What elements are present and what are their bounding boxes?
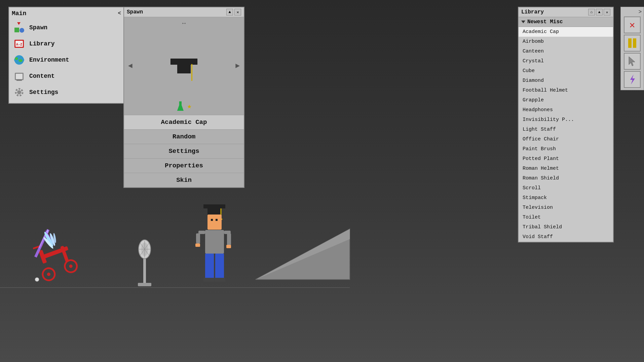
- ramp-object: [256, 219, 356, 288]
- cap-tassel: [191, 64, 192, 81]
- library-item-stimpack[interactable]: Stimpack: [519, 193, 613, 203]
- svg-point-48: [20, 28, 24, 33]
- scooter-object: [17, 226, 84, 288]
- library-item-void_staff[interactable]: Void Staff: [519, 232, 613, 242]
- svg-rect-42: [203, 278, 214, 282]
- pause-bar-left: [628, 38, 632, 48]
- sidebar-item-library[interactable]: A-Z Library: [12, 36, 121, 52]
- library-item-headphones[interactable]: Headphones: [519, 105, 613, 115]
- spawn-skin-btn[interactable]: Skin: [124, 173, 244, 187]
- spawn-star-icon: ★: [187, 102, 191, 111]
- library-item-academic_cap[interactable]: Academic Cap: [519, 27, 613, 37]
- environment-label: Environment: [29, 57, 69, 63]
- spawn-nav-left[interactable]: ◄: [128, 62, 132, 70]
- environment-icon: [13, 54, 25, 66]
- main-panel-title-label: Main: [12, 10, 26, 17]
- library-item-football_helmet[interactable]: Football Helmet: [519, 86, 613, 95]
- library-item-crystal[interactable]: Crystal: [519, 56, 613, 66]
- sidebar-item-environment[interactable]: Environment: [12, 52, 121, 68]
- library-close-btn[interactable]: ✕: [604, 9, 610, 15]
- library-titlebar: Library ⌂ ▲ ✕: [519, 7, 613, 17]
- library-item-grapple[interactable]: Grapple: [519, 95, 613, 105]
- main-panel-titlebar: Main <: [12, 10, 121, 17]
- svg-rect-58: [16, 79, 22, 81]
- library-panel: Library ⌂ ▲ ✕ Newest Misc Academic CapAi…: [518, 7, 614, 242]
- library-home-btn[interactable]: ⌂: [588, 9, 595, 15]
- svg-rect-31: [211, 219, 213, 221]
- spawn-titlebar: Spawn ▲ ✕: [124, 7, 244, 17]
- pause-bar-right: [633, 38, 636, 48]
- spawn-label: Spawn: [29, 24, 47, 31]
- settings-icon: [13, 86, 25, 98]
- cursor-icon: [628, 56, 637, 67]
- spawn-properties-btn[interactable]: Properties: [124, 158, 244, 173]
- library-titlebar-buttons: ⌂ ▲ ✕: [588, 9, 610, 15]
- library-item-diamond[interactable]: Diamond: [519, 76, 613, 86]
- svg-rect-27: [207, 208, 221, 215]
- svg-point-54: [15, 57, 18, 60]
- svg-rect-33: [205, 230, 224, 254]
- spawn-item-name[interactable]: Academic Cap: [124, 115, 244, 129]
- toolbar-cursor-btn[interactable]: [624, 53, 641, 70]
- library-item-light_staff[interactable]: Light Staff: [519, 125, 613, 134]
- toolbar-collapse-btn[interactable]: >: [638, 9, 644, 15]
- spawn-nav-top[interactable]: ↔: [182, 20, 186, 27]
- right-toolbar: > ✕: [620, 7, 644, 90]
- sidebar-item-content[interactable]: Content: [12, 68, 121, 84]
- main-panel-collapse-btn[interactable]: <: [118, 10, 121, 17]
- spawn-icon: [13, 22, 25, 34]
- library-item-roman_shield[interactable]: Roman Shield: [519, 173, 613, 183]
- library-item-roman_helmet[interactable]: Roman Helmet: [519, 164, 613, 173]
- spawn-menu: Academic Cap Random Settings Properties …: [124, 115, 244, 187]
- svg-point-6: [69, 264, 73, 268]
- svg-rect-35: [196, 233, 200, 243]
- library-item-television[interactable]: Television: [519, 203, 613, 212]
- library-icon: A-Z: [13, 38, 25, 50]
- sidebar-item-settings[interactable]: Settings: [12, 84, 121, 100]
- library-item-invisibility_p[interactable]: Invisibility P...: [519, 115, 613, 125]
- library-item-airbomb[interactable]: Airbomb: [519, 37, 613, 46]
- library-item-tribal_shield[interactable]: Tribal Shield: [519, 222, 613, 232]
- library-category-header[interactable]: Newest Misc: [519, 17, 613, 27]
- spawn-close-btn[interactable]: ✕: [234, 9, 241, 15]
- spawn-icons-row: ★: [176, 101, 191, 111]
- spawn-nav-right[interactable]: ►: [235, 62, 240, 70]
- library-item-paint_brush[interactable]: Paint Brush: [519, 144, 613, 154]
- content-icon: [13, 70, 25, 82]
- spawn-flask-icon: [176, 101, 184, 111]
- spawn-panel-title: Spawn: [127, 9, 143, 15]
- cap-top: [177, 64, 191, 73]
- academic-cap-preview: [171, 59, 197, 73]
- svg-rect-57: [16, 74, 23, 79]
- svg-rect-32: [216, 219, 218, 221]
- content-label: Content: [29, 73, 55, 79]
- svg-rect-37: [227, 233, 231, 245]
- spawn-settings-btn[interactable]: Settings: [124, 144, 244, 158]
- library-item-potted_plant[interactable]: Potted Plant: [519, 154, 613, 164]
- library-item-scroll[interactable]: Scroll: [519, 183, 613, 193]
- library-minimize-btn[interactable]: ▲: [596, 9, 603, 15]
- svg-rect-30: [207, 215, 222, 230]
- spawn-preview-viewport: ↔ ◄ ► ★: [124, 17, 244, 115]
- toolbar-pause-btn[interactable]: [624, 35, 641, 52]
- spawn-titlebar-buttons: ▲ ✕: [226, 9, 241, 15]
- pause-icon: [628, 38, 636, 48]
- x-icon: ✕: [630, 19, 635, 31]
- spawn-random-btn[interactable]: Random: [124, 129, 244, 144]
- svg-rect-47: [14, 28, 19, 32]
- spawn-minimize-btn[interactable]: ▲: [226, 9, 233, 15]
- library-item-toilet[interactable]: Toilet: [519, 212, 613, 222]
- main-panel: Main < Spawn A-Z Library: [8, 7, 124, 104]
- library-item-cube[interactable]: Cube: [519, 66, 613, 76]
- toolbar-close-btn[interactable]: ✕: [624, 17, 641, 33]
- svg-rect-43: [215, 278, 225, 282]
- svg-marker-61: [629, 57, 635, 66]
- library-title: Library: [521, 9, 544, 15]
- library-item-office_chair[interactable]: Office Chair: [519, 134, 613, 144]
- stickman-character: [193, 204, 244, 286]
- library-item-canteen[interactable]: Canteen: [519, 46, 613, 56]
- svg-point-17: [35, 277, 39, 282]
- category-triangle: [521, 21, 525, 23]
- toolbar-lightning-btn[interactable]: [624, 71, 641, 88]
- sidebar-item-spawn[interactable]: Spawn: [12, 20, 121, 36]
